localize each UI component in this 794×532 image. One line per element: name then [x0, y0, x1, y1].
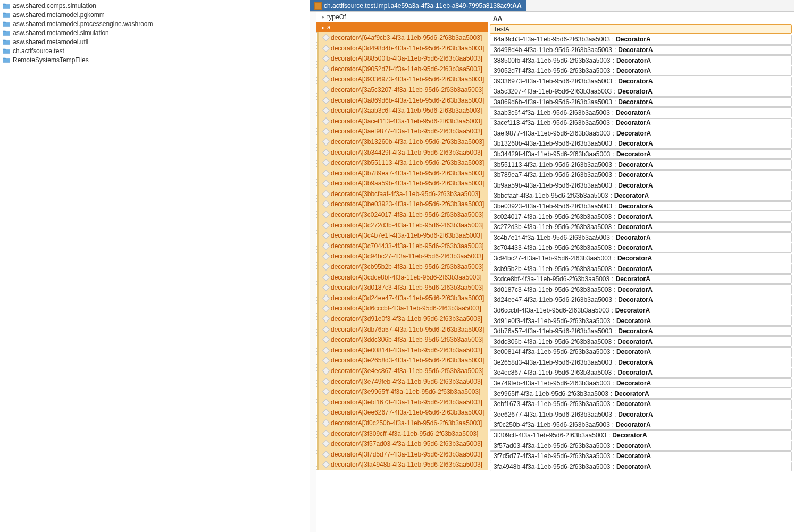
value-row[interactable]: 3acef113-4f3a-11eb-95d6-2f63b3aa5003 : D… [490, 118, 792, 128]
value-row[interactable]: 3d0187c3-4f3a-11eb-95d6-2f63b3aa5003 : D… [490, 284, 792, 294]
value-row[interactable]: 3a5c3207-4f3a-11eb-95d6-2f63b3aa5003 : D… [490, 87, 792, 97]
project-item[interactable]: asw.shared.metamodel.simulation [0, 28, 310, 37]
outline-child-row[interactable]: decoratorA[39336973-4f3a-11eb-95d6-2f63b… [320, 74, 488, 85]
value-row[interactable]: 3c272d3b-4f3a-11eb-95d6-2f63b3aa5003 : D… [490, 222, 792, 232]
project-item[interactable]: asw.shared.comps.simulation [0, 1, 310, 10]
outline-child-row[interactable]: decoratorA[3be03923-4f3a-11eb-95d6-2f63b… [320, 199, 488, 210]
value-row[interactable]: 3e9965ff-4f3a-11eb-95d6-2f63b3aa5003 : D… [490, 389, 792, 399]
outline-child-row[interactable]: decoratorA[3b789ea7-4f3a-11eb-95d6-2f63b… [320, 168, 488, 179]
outline-child-row[interactable]: decoratorA[3f0c250b-4f3a-11eb-95d6-2f63b… [320, 418, 488, 428]
outline-child-row[interactable]: decoratorA[3aab3c6f-4f3a-11eb-95d6-2f63b… [320, 105, 488, 116]
outline-child-row[interactable]: decoratorA[3e749feb-4f3a-11eb-95d6-2f63b… [320, 376, 488, 387]
value-row[interactable]: 3c94bc27-4f3a-11eb-95d6-2f63b3aa5003 : D… [490, 254, 792, 264]
outline-child-row[interactable]: decoratorA[3c024017-4f3a-11eb-95d6-2f63b… [320, 209, 488, 220]
outline-child-row[interactable]: decoratorA[3e4ec867-4f3a-11eb-95d6-2f63b… [320, 366, 488, 376]
project-item[interactable]: asw.shared.metamodel.pgkomm [0, 10, 310, 19]
value-row[interactable]: 39052d7f-4f3a-11eb-95d6-2f63b3aa5003 : D… [490, 66, 792, 76]
value-row[interactable]: 3aab3c6f-4f3a-11eb-95d6-2f63b3aa5003 : D… [490, 107, 792, 117]
value-row[interactable]: 3b9aa59b-4f3a-11eb-95d6-2f63b3aa5003 : D… [490, 181, 792, 191]
outline-child-row[interactable]: decoratorA[3ddc306b-4f3a-11eb-95d6-2f63b… [320, 334, 488, 345]
outline-child-row[interactable]: decoratorA[3aef9877-4f3a-11eb-95d6-2f63b… [320, 126, 488, 137]
value-row[interactable]: 3e4ec867-4f3a-11eb-95d6-2f63b3aa5003 : D… [490, 368, 792, 378]
value-row[interactable]: 388500fb-4f3a-11eb-95d6-2f63b3aa5003 : D… [490, 55, 792, 65]
value-row[interactable]: 3e749feb-4f3a-11eb-95d6-2f63b3aa5003 : D… [490, 378, 792, 389]
outline-child-row[interactable]: decoratorA[39052d7f-4f3a-11eb-95d6-2f63b… [320, 64, 488, 74]
project-explorer[interactable]: asw.shared.comps.simulationasw.shared.me… [0, 0, 310, 532]
expand-icon[interactable]: ▸ [320, 14, 326, 20]
value-row[interactable]: 3d6cccbf-4f3a-11eb-95d6-2f63b3aa5003 : D… [490, 306, 792, 316]
outline-child-row[interactable]: decoratorA[3db76a57-4f3a-11eb-95d6-2f63b… [320, 324, 488, 335]
value-row[interactable]: 3d24ee47-4f3a-11eb-95d6-2f63b3aa5003 : D… [490, 295, 792, 305]
value-row[interactable]: 3b34429f-4f3a-11eb-95d6-2f63b3aa5003 : D… [490, 149, 792, 159]
outline-child-row[interactable]: decoratorA[3d6cccbf-4f3a-11eb-95d6-2f63b… [320, 303, 488, 314]
project-item[interactable]: asw.shared.metamodel.util [0, 37, 310, 46]
value-row[interactable]: 39336973-4f3a-11eb-95d6-2f63b3aa5003 : D… [490, 77, 792, 87]
outline-child-row[interactable]: decoratorA[3f309cff-4f3a-11eb-95d6-2f63b… [320, 428, 488, 439]
value-row[interactable]: 64af9cb3-4f3a-11eb-95d6-2f63b3aa5003 : D… [490, 35, 792, 45]
outline-child-row[interactable]: decoratorA[3c272d3b-4f3a-11eb-95d6-2f63b… [320, 220, 488, 231]
value-row[interactable]: 3e00814f-4f3a-11eb-95d6-2f63b3aa5003 : D… [490, 347, 792, 357]
outline-child-row[interactable]: decoratorA[388500fb-4f3a-11eb-95d6-2f63b… [320, 53, 488, 64]
value-row[interactable]: 3f0c250b-4f3a-11eb-95d6-2f63b3aa5003 : D… [490, 420, 792, 430]
outline-child-row[interactable]: decoratorA[3d91e0f3-4f3a-11eb-95d6-2f63b… [320, 314, 488, 324]
outline-head-row[interactable]: ▸ typeOf [316, 12, 488, 22]
value-row[interactable]: 3bbcfaaf-4f3a-11eb-95d6-2f63b3aa5003 : D… [490, 191, 792, 201]
value-row[interactable]: 3cdce8bf-4f3a-11eb-95d6-2f63b3aa5003 : D… [490, 274, 792, 284]
outline-column[interactable]: ▸ typeOf ▸ a decoratorA[64af9cb3-4f3a-11… [316, 12, 488, 532]
outline-child-row[interactable]: decoratorA[3b9aa59b-4f3a-11eb-95d6-2f63b… [320, 179, 488, 189]
outline-child-row[interactable]: decoratorA[3f57ad03-4f3a-11eb-95d6-2f63b… [320, 438, 488, 449]
value-row[interactable]: 3db76a57-4f3a-11eb-95d6-2f63b3aa5003 : D… [490, 326, 792, 336]
value-row[interactable]: 3a869d6b-4f3a-11eb-95d6-2f63b3aa5003 : D… [490, 97, 792, 107]
value-row[interactable]: 3f309cff-4f3a-11eb-95d6-2f63b3aa5003 : D… [490, 430, 792, 441]
outline-child-row[interactable]: decoratorA[3acef113-4f3a-11eb-95d6-2f63b… [320, 116, 488, 126]
value-row[interactable]: 3e2658d3-4f3a-11eb-95d6-2f63b3aa5003 : D… [490, 358, 792, 368]
value-row[interactable]: 3fa4948b-4f3a-11eb-95d6-2f63b3aa5003 : D… [490, 462, 792, 472]
outline-selected-row[interactable]: ▸ a [316, 22, 488, 33]
outline-child-row[interactable]: decoratorA[3e9965ff-4f3a-11eb-95d6-2f63b… [320, 386, 488, 397]
value-row[interactable]: 3ddc306b-4f3a-11eb-95d6-2f63b3aa5003 : D… [490, 336, 792, 347]
expand-icon[interactable]: ▸ [320, 24, 326, 30]
outline-child-row[interactable]: decoratorA[3cdce8bf-4f3a-11eb-95d6-2f63b… [320, 272, 488, 283]
outline-child-row[interactable]: decoratorA[3fa4948b-4f3a-11eb-95d6-2f63b… [320, 460, 488, 470]
outline-child-row[interactable]: decoratorA[3b551113-4f3a-11eb-95d6-2f63b… [320, 157, 488, 168]
outline-child-row[interactable]: decoratorA[3d498d4b-4f3a-11eb-95d6-2f63b… [320, 43, 488, 54]
outline-child-row[interactable]: decoratorA[3b34429f-4f3a-11eb-95d6-2f63b… [320, 147, 488, 158]
outline-child-row[interactable]: decoratorA[3c704433-4f3a-11eb-95d6-2f63b… [320, 241, 488, 251]
outline-child-row[interactable]: decoratorA[3ebf1673-4f3a-11eb-95d6-2f63b… [320, 397, 488, 408]
value-row[interactable]: 3d91e0f3-4f3a-11eb-95d6-2f63b3aa5003 : D… [490, 316, 792, 326]
value-row[interactable]: 3f7d5d77-4f3a-11eb-95d6-2f63b3aa5003 : D… [490, 451, 792, 461]
project-item[interactable]: ch.actifsource.test [0, 46, 310, 55]
value-row[interactable]: 3cb95b2b-4f3a-11eb-95d6-2f63b3aa5003 : D… [490, 264, 792, 274]
value-row[interactable]: 3be03923-4f3a-11eb-95d6-2f63b3aa5003 : D… [490, 201, 792, 212]
value-row[interactable]: 3c704433-4f3a-11eb-95d6-2f63b3aa5003 : D… [490, 243, 792, 253]
values-selected-row[interactable]: TestA [490, 24, 792, 35]
value-row[interactable]: 3ee62677-4f3a-11eb-95d6-2f63b3aa5003 : D… [490, 410, 792, 420]
outline-child-row[interactable]: decoratorA[3c4b7e1f-4f3a-11eb-95d6-2f63b… [320, 230, 488, 241]
outline-child-row[interactable]: decoratorA[3ee62677-4f3a-11eb-95d6-2f63b… [320, 408, 488, 418]
value-row[interactable]: 3b13260b-4f3a-11eb-95d6-2f63b3aa5003 : D… [490, 139, 792, 149]
outline-child-row[interactable]: decoratorA[3bbcfaaf-4f3a-11eb-95d6-2f63b… [320, 189, 488, 199]
outline-child-row[interactable]: decoratorA[3a5c3207-4f3a-11eb-95d6-2f63b… [320, 85, 488, 95]
value-row[interactable]: 3b789ea7-4f3a-11eb-95d6-2f63b3aa5003 : D… [490, 170, 792, 180]
value-row[interactable]: 3c4b7e1f-4f3a-11eb-95d6-2f63b3aa5003 : D… [490, 232, 792, 242]
project-item[interactable]: asw.shared.metamodel.processengine.washr… [0, 19, 310, 28]
outline-child-row[interactable]: decoratorA[3e00814f-4f3a-11eb-95d6-2f63b… [320, 345, 488, 356]
value-row[interactable]: 3ebf1673-4f3a-11eb-95d6-2f63b3aa5003 : D… [490, 399, 792, 409]
editor-tab[interactable]: ch.actifsource.test.impl.a4e59a3a-4f3a-1… [310, 0, 526, 11]
outline-child-row[interactable]: decoratorA[3cb95b2b-4f3a-11eb-95d6-2f63b… [320, 261, 488, 272]
outline-child-row[interactable]: decoratorA[3e2658d3-4f3a-11eb-95d6-2f63b… [320, 356, 488, 366]
outline-child-row[interactable]: decoratorA[3b13260b-4f3a-11eb-95d6-2f63b… [320, 137, 488, 147]
outline-child-row[interactable]: decoratorA[64af9cb3-4f3a-11eb-95d6-2f63b… [320, 32, 488, 43]
value-row[interactable]: 3f57ad03-4f3a-11eb-95d6-2f63b3aa5003 : D… [490, 441, 792, 451]
outline-child-row[interactable]: decoratorA[3c94bc27-4f3a-11eb-95d6-2f63b… [320, 251, 488, 262]
outline-child-row[interactable]: decoratorA[3d0187c3-4f3a-11eb-95d6-2f63b… [320, 282, 488, 293]
values-column[interactable]: AA TestA 64af9cb3-4f3a-11eb-95d6-2f63b3a… [488, 12, 794, 532]
outline-child-row[interactable]: decoratorA[3a869d6b-4f3a-11eb-95d6-2f63b… [320, 95, 488, 106]
outline-child-row[interactable]: decoratorA[3d24ee47-4f3a-11eb-95d6-2f63b… [320, 293, 488, 303]
project-item[interactable]: RemoteSystemsTempFiles [0, 55, 310, 64]
value-row[interactable]: 3b551113-4f3a-11eb-95d6-2f63b3aa5003 : D… [490, 159, 792, 170]
outline-child-row[interactable]: decoratorA[3f7d5d77-4f3a-11eb-95d6-2f63b… [320, 449, 488, 460]
value-row[interactable]: 3c024017-4f3a-11eb-95d6-2f63b3aa5003 : D… [490, 212, 792, 222]
value-row[interactable]: 3aef9877-4f3a-11eb-95d6-2f63b3aa5003 : D… [490, 129, 792, 139]
value-row[interactable]: 3d498d4b-4f3a-11eb-95d6-2f63b3aa5003 : D… [490, 45, 792, 55]
